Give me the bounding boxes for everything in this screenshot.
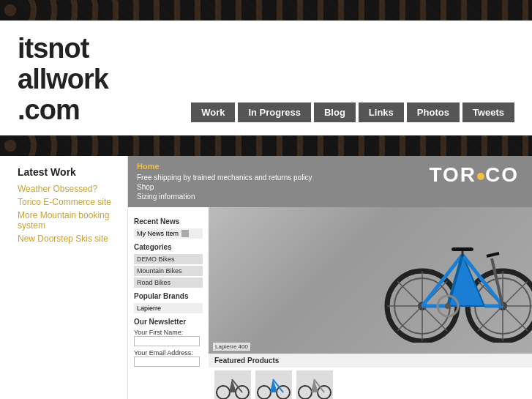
bike-svg: [378, 211, 525, 335]
torico-logo-dot: [477, 173, 484, 180]
title-line2: allwork: [18, 64, 108, 94]
svg-point-26: [217, 386, 230, 399]
torico-news-item: My News Item: [134, 228, 203, 239]
torico-firstname-input[interactable]: [134, 336, 200, 346]
torico-preview: Home Free shipping by trained mechanics …: [128, 156, 532, 399]
torico-body: Recent News My News Item Categories DEMO…: [128, 207, 532, 399]
torico-sublink-sizing[interactable]: Sizing information: [137, 193, 523, 201]
nav-tweets[interactable]: Tweets: [462, 102, 514, 122]
site-title: itsnot allwork .com: [18, 34, 108, 125]
svg-point-34: [299, 386, 312, 399]
torico-brands-title: Popular Brands: [134, 292, 203, 300]
torico-inner-sidebar: Recent News My News Item Categories DEMO…: [128, 207, 209, 399]
svg-point-30: [258, 386, 271, 399]
torico-newsletter-title: Our Newsletter: [134, 318, 203, 326]
product-thumb-3: [296, 370, 333, 399]
header: itsnot allwork .com Work In Progress Blo…: [0, 20, 532, 135]
svg-point-25: [445, 303, 451, 309]
main-area: Latest Work Weather Obsessed? Torico E-C…: [0, 156, 532, 399]
title-line3: .com: [18, 94, 80, 125]
sidebar-link-mountain[interactable]: More Mountain booking system: [18, 210, 117, 231]
nav-work[interactable]: Work: [191, 102, 235, 122]
torico-bike-image: Lapierre 400: [209, 207, 532, 354]
torico-news-item-label: My News Item: [137, 230, 179, 237]
torico-email-label: Your Email Address:: [134, 349, 203, 357]
torico-cat-mountain[interactable]: Mountain Bikes: [134, 266, 203, 276]
torico-nav-home[interactable]: Home: [137, 162, 160, 171]
torico-cat-road[interactable]: Road Bikes: [134, 277, 203, 288]
torico-topbar: Home Free shipping by trained mechanics …: [128, 156, 532, 207]
torico-firstname-label: Your First Name:: [134, 329, 203, 336]
nav-links[interactable]: Links: [359, 102, 404, 122]
torico-email-input[interactable]: [134, 357, 200, 367]
sidebar-link-doorstep[interactable]: New Doorstep Skis site: [18, 234, 117, 244]
torico-recent-news-title: Recent News: [134, 217, 203, 225]
title-line1: itsnot: [18, 33, 89, 64]
svg-line-23: [487, 253, 499, 256]
torico-main-content: Lapierre 400 Featured Products: [209, 207, 532, 399]
torico-products-row: [209, 368, 532, 399]
sidebar-link-weather[interactable]: Weather Obsessed?: [18, 184, 117, 194]
mid-border: [0, 135, 532, 156]
svg-rect-20: [452, 247, 473, 251]
nav-blog[interactable]: Blog: [314, 102, 356, 122]
top-border: [0, 0, 532, 20]
sidebar-title: Latest Work: [18, 166, 117, 178]
product-thumb-2: [255, 370, 292, 399]
torico-categories-title: Categories: [134, 243, 203, 251]
torico-cat-demo[interactable]: DEMO Bikes: [134, 254, 203, 264]
sidebar: Latest Work Weather Obsessed? Torico E-C…: [0, 156, 128, 399]
bike-caption: Lapierre 400: [213, 343, 250, 351]
torico-brand-lapierre[interactable]: Lapierre: [134, 303, 203, 313]
nav-photos[interactable]: Photos: [407, 102, 460, 122]
torico-news-icon: [181, 230, 189, 237]
nav-in-progress[interactable]: In Progress: [238, 102, 311, 122]
main-nav: Work In Progress Blog Links Photos Tweet…: [191, 102, 514, 125]
torico-featured-title: Featured Products: [209, 354, 532, 368]
content-panel: Home Free shipping by trained mechanics …: [128, 156, 532, 399]
sidebar-link-torico[interactable]: Torico E-Commerce site: [18, 197, 117, 207]
torico-logo: TORCO: [429, 163, 519, 187]
product-thumb-1: [214, 370, 251, 399]
